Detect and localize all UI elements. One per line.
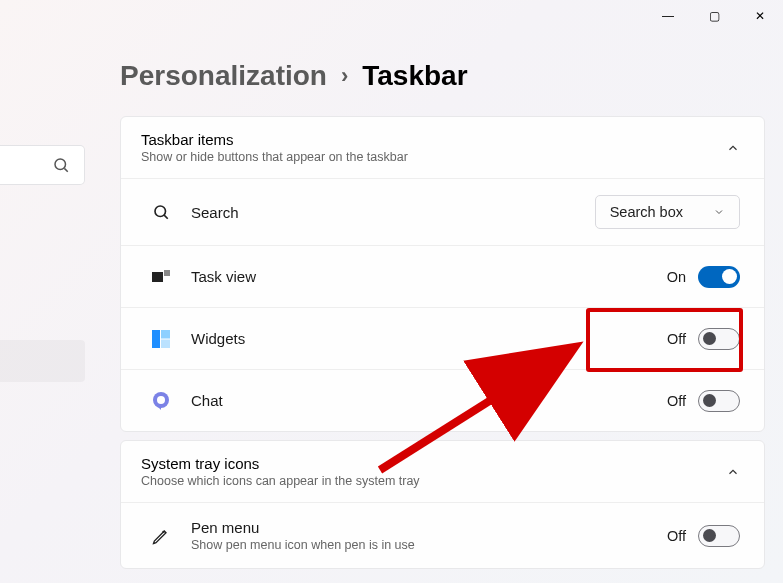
svg-point-2 <box>155 206 166 217</box>
minimize-icon: — <box>662 9 674 23</box>
dropdown-value: Search box <box>610 204 683 220</box>
search-row-icon <box>149 203 173 221</box>
svg-line-3 <box>164 215 168 219</box>
chevron-down-icon <box>713 206 725 218</box>
toggle-state-label: Off <box>667 393 686 409</box>
pen-menu-toggle[interactable] <box>698 525 740 547</box>
chevron-up-icon <box>726 141 740 155</box>
close-button[interactable]: ✕ <box>737 0 783 32</box>
minimize-button[interactable]: — <box>645 0 691 32</box>
sidebar-item-active[interactable] <box>0 340 85 382</box>
chevron-right-icon: › <box>341 63 348 89</box>
toggle-state-label: Off <box>667 331 686 347</box>
row-chat: Chat Off <box>121 369 764 431</box>
svg-rect-7 <box>161 330 170 339</box>
svg-point-10 <box>157 396 165 404</box>
chat-toggle[interactable] <box>698 390 740 412</box>
section-title: System tray icons <box>141 455 726 472</box>
close-icon: ✕ <box>755 9 765 23</box>
svg-line-1 <box>64 168 67 171</box>
widgets-icon <box>149 330 173 348</box>
svg-rect-4 <box>152 272 163 282</box>
breadcrumb: Personalization › Taskbar <box>120 60 468 92</box>
section-header-system-tray[interactable]: System tray icons Choose which icons can… <box>121 441 764 502</box>
maximize-icon: ▢ <box>709 9 720 23</box>
chevron-up-icon <box>726 465 740 479</box>
task-view-toggle[interactable] <box>698 266 740 288</box>
settings-panel: Taskbar items Show or hide buttons that … <box>120 116 765 577</box>
svg-rect-6 <box>152 330 160 348</box>
svg-rect-5 <box>164 270 170 276</box>
chat-icon <box>149 392 173 410</box>
search-dropdown[interactable]: Search box <box>595 195 740 229</box>
row-widgets: Widgets Off <box>121 307 764 369</box>
row-label: Widgets <box>191 330 667 347</box>
row-label: Search <box>191 204 595 221</box>
row-label: Task view <box>191 268 667 285</box>
toggle-state-label: On <box>667 269 686 285</box>
section-subtitle: Choose which icons can appear in the sys… <box>141 474 726 488</box>
section-system-tray: System tray icons Choose which icons can… <box>120 440 765 569</box>
svg-rect-8 <box>161 339 170 348</box>
svg-marker-11 <box>157 406 161 410</box>
section-title: Taskbar items <box>141 131 726 148</box>
section-subtitle: Show or hide buttons that appear on the … <box>141 150 726 164</box>
search-icon <box>52 156 70 174</box>
toggle-state-label: Off <box>667 528 686 544</box>
maximize-button[interactable]: ▢ <box>691 0 737 32</box>
row-task-view: Task view On <box>121 245 764 307</box>
row-label: Pen menu <box>191 519 667 536</box>
widgets-toggle[interactable] <box>698 328 740 350</box>
row-search: Search Search box <box>121 178 764 245</box>
row-pen-menu: Pen menu Show pen menu icon when pen is … <box>121 502 764 568</box>
row-subtitle: Show pen menu icon when pen is in use <box>191 538 667 552</box>
pen-icon <box>149 526 173 546</box>
svg-point-0 <box>55 159 66 170</box>
window-controls: — ▢ ✕ <box>645 0 783 32</box>
section-header-taskbar-items[interactable]: Taskbar items Show or hide buttons that … <box>121 117 764 178</box>
breadcrumb-current: Taskbar <box>362 60 467 92</box>
task-view-icon <box>149 270 173 284</box>
sidebar-search[interactable] <box>0 145 85 185</box>
row-label: Chat <box>191 392 667 409</box>
breadcrumb-parent[interactable]: Personalization <box>120 60 327 92</box>
section-taskbar-items: Taskbar items Show or hide buttons that … <box>120 116 765 432</box>
